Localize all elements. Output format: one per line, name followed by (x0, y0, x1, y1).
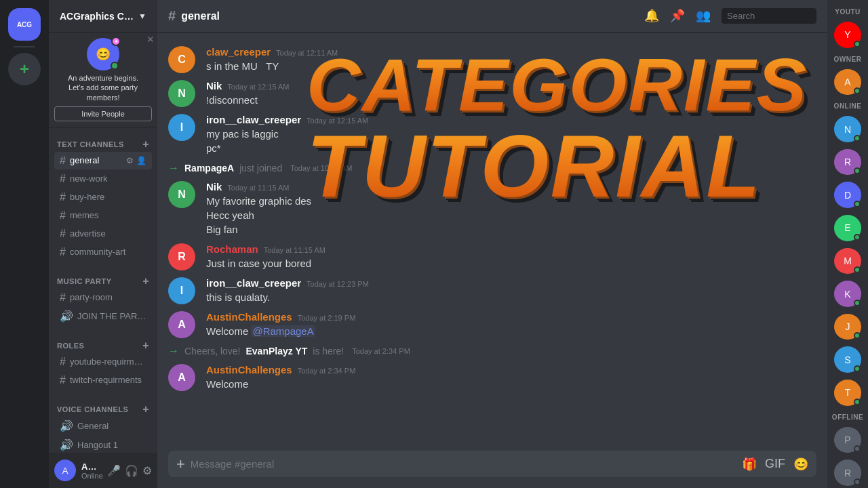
category-header-text-channels[interactable]: TEXT CHANNELS + (54, 138, 152, 150)
msg-username[interactable]: iron__claw_creeper (206, 277, 301, 289)
user-panel-actions: 🎤 🎧 ⚙ (107, 464, 152, 477)
msg-text: Welcome (206, 377, 816, 391)
msg-username[interactable]: Nik (206, 181, 222, 192)
add-role-icon[interactable]: + (142, 340, 149, 352)
hash-icon: # (60, 155, 66, 167)
msg-username[interactable]: AustinChallenges (206, 364, 292, 375)
msg-username[interactable]: claw_creeper (206, 46, 271, 58)
right-user-offline-2[interactable]: R (834, 460, 861, 486)
pin-icon[interactable]: 📌 (670, 8, 685, 24)
channel-item-advertise[interactable]: # advertise (54, 225, 152, 243)
status-dot (854, 201, 861, 207)
channel-item-hangout1[interactable]: 🔊 Hangout 1 (54, 436, 152, 453)
add-text-channel-icon[interactable]: + (142, 138, 149, 150)
avatar: N (168, 80, 195, 107)
right-user-1[interactable]: N (834, 116, 861, 142)
youtube-label: YOUTU (832, 5, 863, 17)
channel-item-general[interactable]: # general ⚙ 👤 (54, 152, 152, 169)
channel-item-general-voice[interactable]: 🔊 General (54, 417, 152, 435)
invite-people-button[interactable]: Invite People (54, 106, 152, 121)
hash-icon: # (60, 191, 66, 203)
channel-item-community-art[interactable]: # community-art (54, 243, 152, 261)
message-group: N Nik Today at 12:15 AM !disconnect (168, 77, 816, 110)
msg-header: iron__claw_creeper Today at 12:23 PM (206, 277, 816, 289)
right-user-yt[interactable]: Y (834, 22, 861, 48)
server-icon-acgraphics[interactable]: ACG (8, 8, 41, 41)
msg-header: AustinChallenges Today at 2:19 PM (206, 311, 816, 323)
category-header-roles[interactable]: ROLES + (54, 340, 152, 352)
server-icon-add[interactable]: + (8, 53, 41, 85)
right-user-8[interactable]: S (834, 346, 861, 373)
category-header-voice[interactable]: VOICE CHANNELS + (54, 403, 152, 415)
channel-sidebar: ACGraphics Community ▼ ✕ 😊 ✦ An adventur… (49, 0, 157, 488)
add-voice-channel-icon[interactable]: + (142, 403, 149, 415)
system-user-link[interactable]: EvanPlayz YT (245, 346, 307, 357)
msg-content: AustinChallenges Today at 2:19 PM Welcom… (206, 311, 816, 338)
server-divider (14, 46, 35, 47)
user-card-area: 😊 ✦ An adventure begins. Let's add some … (49, 33, 157, 127)
message-input-icons: 🎁 GIF 😊 (742, 457, 808, 472)
right-user-4[interactable]: E (834, 215, 861, 241)
msg-username[interactable]: iron__claw_creeper (206, 114, 301, 125)
category-voice-channels: VOICE CHANNELS + 🔊 General 🔊 Hangout 1 I… (49, 392, 157, 453)
avatar: N (168, 181, 195, 208)
settings-icon[interactable]: ⚙ (142, 464, 152, 477)
mention[interactable]: @RampageA (251, 325, 315, 337)
right-user-offline-1[interactable]: P (834, 427, 861, 453)
msg-text: Just in case your bored (206, 256, 816, 270)
server-name: ACGraphics Community (60, 11, 138, 22)
msg-username[interactable]: Rochaman (206, 243, 258, 255)
gift-icon[interactable]: 🎁 (742, 457, 757, 472)
add-music-channel-icon[interactable]: + (142, 275, 149, 287)
right-user-6[interactable]: K (834, 281, 861, 307)
members-icon[interactable]: 👥 (696, 8, 711, 24)
right-user-owner[interactable]: A (834, 69, 861, 96)
system-timestamp: Today at 10:43 AM (290, 164, 352, 172)
right-user-9[interactable]: T (834, 380, 861, 406)
channel-users-icon[interactable]: 👤 (136, 156, 146, 165)
mic-icon[interactable]: 🎤 (107, 464, 121, 477)
msg-username[interactable]: Nik (206, 80, 222, 92)
close-button[interactable]: ✕ (146, 34, 155, 45)
channel-hash-icon: # (168, 8, 176, 24)
right-user-2[interactable]: R (834, 149, 861, 176)
gif-icon[interactable]: GIF (765, 457, 785, 472)
notification-icon[interactable]: 🔔 (644, 8, 659, 24)
system-user-link[interactable]: RampageA (184, 163, 234, 174)
channel-item-party-room[interactable]: # party-room (54, 289, 152, 306)
user-panel-status: Online (81, 472, 102, 480)
message-group: C claw_creeper Today at 12:11 AM s in th… (168, 43, 816, 76)
right-user-7[interactable]: J (834, 314, 861, 340)
channel-item-buy-here[interactable]: # buy-here (54, 188, 152, 206)
voice-icon: 🔊 (60, 439, 73, 451)
status-dot (854, 167, 861, 174)
msg-timestamp: Today at 2:19 PM (298, 314, 356, 322)
msg-timestamp: Today at 12:15 AM (227, 83, 289, 91)
msg-timestamp: Today at 12:15 AM (307, 117, 368, 125)
channel-item-new-work[interactable]: # new-work (54, 170, 152, 188)
attach-file-icon[interactable]: + (176, 455, 185, 473)
voice-icon: 🔊 (60, 310, 73, 323)
message-input[interactable] (191, 451, 736, 477)
right-user-5[interactable]: M (834, 248, 861, 274)
category-roles: ROLES + # youtube-requirments # twitch-r… (49, 329, 157, 392)
headset-icon[interactable]: 🎧 (125, 464, 138, 477)
message-input-wrapper: + 🎁 GIF 😊 (168, 451, 816, 477)
emoji-icon[interactable]: 😊 (793, 457, 808, 472)
channel-settings-icon[interactable]: ⚙ (126, 156, 134, 165)
message-group: R Rochaman Today at 11:15 AM Just in cas… (168, 241, 816, 273)
right-user-3[interactable]: D (834, 182, 861, 208)
channel-item-twitch-req[interactable]: # twitch-requirments (54, 371, 152, 389)
category-header-music-party[interactable]: MUSIC PARTY + (54, 275, 152, 287)
server-header[interactable]: ACGraphics Community ▼ (49, 0, 157, 33)
status-dot (854, 300, 861, 306)
channel-item-memes[interactable]: # memes (54, 207, 152, 224)
right-sidebar: YOUTU Y OWNER A ONLINE N R D E M K J S T… (827, 0, 868, 488)
channel-item-join-the-party[interactable]: 🔊 JOIN THE PARTY (54, 307, 152, 325)
server-list: ACG + (0, 0, 49, 488)
chat-search-input[interactable] (722, 8, 816, 24)
status-dot (854, 135, 861, 142)
msg-content: iron__claw_creeper Today at 12:15 AM my … (206, 114, 816, 155)
msg-username[interactable]: AustinChallenges (206, 311, 292, 323)
channel-item-youtube-req[interactable]: # youtube-requirments (54, 353, 152, 371)
